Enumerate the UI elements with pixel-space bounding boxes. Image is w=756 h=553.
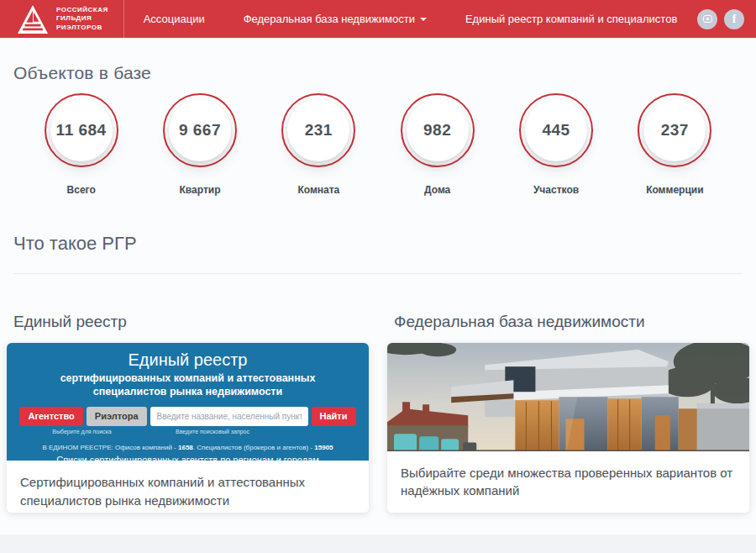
feature-columns: Единый реестр Единый реестр сертифициров… <box>0 313 756 513</box>
facebook-glyph: f <box>732 13 737 26</box>
fedbase-caption: Выбирайте среди множества проверенных ва… <box>387 451 749 514</box>
stat-value: 237 <box>661 121 689 140</box>
nav-item-label: Федеральная база недвижимости <box>244 13 415 25</box>
stats-row: 11 684 Всего 9 667 Квартир 231 Комната 9… <box>0 83 756 196</box>
stat-circle: 237 <box>638 93 711 167</box>
logo[interactable]: РОССИЙСКАЯ ГИЛЬДИЯ РИЭЛТОРОВ <box>0 0 123 38</box>
nav-item-federal-base[interactable]: Федеральная база недвижимости <box>224 0 446 38</box>
fedbase-column-title: Федеральная база недвижимости <box>387 313 749 343</box>
camera-icon[interactable] <box>697 9 717 29</box>
registry-counts-middle: . Специалистов (брокеров и агентов) - <box>193 444 315 451</box>
top-navbar: РОССИЙСКАЯ ГИЛЬДИЯ РИЭЛТОРОВ Ассоциации … <box>0 0 756 38</box>
specialists-count: 15905 <box>314 444 333 451</box>
stat-label: Коммерции <box>646 184 703 196</box>
stat-commercial: 237 Коммерции <box>616 93 734 196</box>
logo-text: РОССИЙСКАЯ ГИЛЬДИЯ РИЭЛТОРОВ <box>56 6 108 32</box>
stat-houses: 982 Дома <box>378 93 496 196</box>
buttons-hint: Выберите для поиска <box>34 429 130 434</box>
stat-plots: 445 Участков <box>496 93 615 196</box>
stat-label: Дома <box>424 184 450 196</box>
registry-form-hints: Выберите для поиска Введите поисковый за… <box>7 429 369 434</box>
stat-circle: 9 667 <box>163 93 237 167</box>
about-section-title: Что такое РГР <box>0 196 756 255</box>
camera-glyph <box>703 15 712 23</box>
facebook-icon[interactable]: f <box>724 9 744 29</box>
chevron-down-icon <box>420 18 427 21</box>
stat-label: Квартир <box>180 184 221 196</box>
stats-section-title: Объектов в базе <box>0 38 756 83</box>
input-hint: Введите поисковый запрос <box>130 429 295 434</box>
find-button[interactable]: Найти <box>312 407 356 426</box>
stat-label: Участков <box>533 184 579 196</box>
stat-apartments: 9 667 Квартир <box>140 93 259 196</box>
stat-label: Комната <box>297 184 339 196</box>
stat-value: 982 <box>423 121 451 140</box>
main-nav: Ассоциации Федеральная база недвижимости… <box>124 0 697 38</box>
registry-counts-prefix: В ЕДИНОМ РЕЕСТРЕ: Офисов компаний - <box>42 444 178 451</box>
registry-column: Единый реестр Единый реестр сертифициров… <box>7 313 369 513</box>
section-divider <box>13 273 743 274</box>
agency-button[interactable]: Агентство <box>19 407 82 426</box>
registry-counts-line: В ЕДИНОМ РЕЕСТРЕ: Офисов компаний - 1658… <box>7 444 369 451</box>
nav-item-label: Единый реестр компаний и специалистов <box>465 13 677 25</box>
fedbase-card[interactable]: Выбирайте среди множества проверенных ва… <box>387 343 749 513</box>
registry-column-title: Единый реестр <box>7 313 369 343</box>
stat-value: 231 <box>305 121 333 140</box>
registry-search-panel: Единый реестр сертифицированных компаний… <box>7 343 369 461</box>
registry-panel-subheading: сертифицированных компаний и аттестованн… <box>29 371 347 399</box>
nav-item-associations[interactable]: Ассоциации <box>124 0 224 38</box>
nav-item-label: Ассоциации <box>144 13 205 25</box>
stat-circle: 982 <box>401 93 475 167</box>
registry-card[interactable]: Единый реестр сертифицированных компаний… <box>7 343 369 513</box>
stat-value: 9 667 <box>179 121 221 140</box>
stat-value: 11 684 <box>56 121 107 140</box>
stat-rooms: 231 Комната <box>260 93 378 196</box>
registry-search-input[interactable] <box>150 407 308 426</box>
stat-circle: 11 684 <box>45 93 118 167</box>
registry-caption: Сертифицированных компаний и аттестованн… <box>7 461 369 513</box>
rgr-logo-icon <box>17 4 49 34</box>
realtor-button[interactable]: Риэлтора <box>87 407 147 426</box>
stat-value: 445 <box>542 121 570 140</box>
stat-circle: 231 <box>281 93 355 167</box>
stat-total: 11 684 Всего <box>22 93 140 196</box>
header-social: f <box>697 0 756 38</box>
fedbase-column: Федеральная база недвижимости <box>387 313 749 513</box>
stat-circle: 445 <box>519 93 593 167</box>
stat-label: Всего <box>67 184 96 196</box>
bottom-band <box>0 535 756 553</box>
nav-item-unified-registry[interactable]: Единый реестр компаний и специалистов <box>446 0 696 38</box>
offices-count: 1658 <box>178 444 193 451</box>
modern-house-photo <box>387 343 749 451</box>
registry-search-form: Агентство Риэлтора Найти <box>7 407 369 426</box>
registry-panel-heading: Единый реестр <box>7 350 369 370</box>
